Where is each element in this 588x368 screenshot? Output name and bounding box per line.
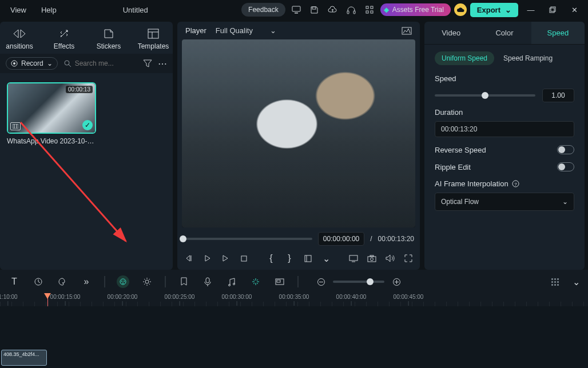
assets-trial-pill[interactable]: ◆ Assets Free Trial bbox=[380, 3, 451, 16]
clip-duration-badge: 00:00:13 bbox=[66, 86, 93, 93]
svg-rect-28 bbox=[349, 255, 357, 261]
search-field[interactable] bbox=[63, 59, 137, 67]
headphones-icon[interactable] bbox=[344, 2, 359, 17]
ai-tool-icon[interactable] bbox=[117, 275, 129, 288]
tab-effects[interactable]: Effects bbox=[48, 27, 80, 50]
window-maximize[interactable] bbox=[543, 1, 562, 19]
fullscreen-icon[interactable] bbox=[404, 253, 413, 264]
color-palette-icon[interactable] bbox=[56, 275, 69, 288]
timeline-ruler[interactable]: 1:10:0000:00:15:0000:00:20:0000:00:25:00… bbox=[0, 294, 588, 306]
tab-templates[interactable]: Templates bbox=[137, 27, 169, 50]
tab-stickers-label: Stickers bbox=[97, 42, 121, 50]
export-label: Export bbox=[477, 6, 500, 14]
ruler-tick: 00:00:40:00 bbox=[336, 294, 367, 306]
play-icon[interactable] bbox=[202, 253, 212, 264]
timeline-tracks[interactable]: 408.35_4b2f4... bbox=[0, 306, 588, 368]
svg-point-17 bbox=[13, 62, 15, 65]
render-icon[interactable] bbox=[249, 275, 262, 288]
audio-sync-icon[interactable] bbox=[225, 275, 238, 288]
apps-grid-icon[interactable] bbox=[362, 2, 377, 17]
marker-icon[interactable] bbox=[177, 275, 190, 288]
chevron-down-icon: ⌄ bbox=[270, 26, 276, 35]
timeline-clip[interactable]: 408.35_4b2f4... bbox=[1, 350, 47, 366]
speed-slider[interactable] bbox=[435, 94, 535, 97]
tab-transitions[interactable]: ansitions bbox=[3, 27, 35, 50]
duration-section: Duration 00:00:13:20 bbox=[424, 102, 585, 137]
svg-rect-25 bbox=[241, 256, 247, 261]
duration-value[interactable]: 00:00:13:20 bbox=[435, 121, 574, 137]
preview-viewport[interactable] bbox=[182, 39, 415, 227]
menu-view[interactable]: View bbox=[5, 3, 32, 17]
transitions-icon bbox=[13, 27, 26, 40]
svg-point-39 bbox=[145, 280, 149, 283]
menu-help[interactable]: Help bbox=[35, 3, 62, 17]
ai-interpolation-row: AI Frame Interpolation ? bbox=[424, 171, 585, 188]
adjust-icon[interactable] bbox=[141, 275, 153, 288]
subtab-uniform-speed[interactable]: Uniform Speed bbox=[435, 51, 494, 65]
media-clip[interactable]: 00:00:13 ✓ WhatsApp Video 2023-10-05... bbox=[7, 82, 96, 145]
zoom-in-icon[interactable] bbox=[390, 275, 403, 288]
save-icon[interactable] bbox=[307, 2, 322, 17]
window-close[interactable]: ✕ bbox=[565, 1, 583, 19]
ai-interpolation-select[interactable]: Optical Flow ⌄ bbox=[435, 193, 574, 211]
snapshot-icon[interactable] bbox=[367, 253, 376, 264]
mark-in-icon[interactable]: { bbox=[267, 253, 276, 264]
track-options-icon[interactable] bbox=[551, 278, 559, 286]
record-dropdown[interactable]: Record ⌄ bbox=[6, 57, 58, 70]
mark-out-icon[interactable]: } bbox=[285, 253, 294, 264]
prev-frame-icon[interactable] bbox=[184, 253, 193, 264]
speed-subtabs: Uniform Speed Speed Ramping bbox=[424, 45, 585, 69]
cloud-upload-icon[interactable] bbox=[325, 2, 340, 17]
history-icon[interactable] bbox=[32, 275, 45, 288]
subtab-speed-ramping[interactable]: Speed Ramping bbox=[503, 54, 553, 62]
svg-rect-40 bbox=[206, 278, 209, 283]
play-forward-icon[interactable] bbox=[221, 253, 230, 264]
stop-icon[interactable] bbox=[239, 253, 248, 264]
tab-video[interactable]: Video bbox=[424, 22, 478, 44]
ruler-tick: 00:00:30:00 bbox=[222, 294, 252, 306]
svg-rect-0 bbox=[292, 6, 300, 11]
export-button[interactable]: Export ⌄ bbox=[470, 3, 518, 17]
media-toolbar: Record ⌄ ⋯ bbox=[0, 54, 173, 73]
aspect-icon[interactable] bbox=[273, 275, 286, 288]
ripple-edit-row: Ripple Edit bbox=[424, 154, 585, 171]
reverse-speed-toggle[interactable] bbox=[557, 145, 574, 154]
tab-speed[interactable]: Speed bbox=[531, 22, 585, 44]
ruler-tick: 00:00:15:00 bbox=[50, 294, 81, 306]
help-icon[interactable]: ? bbox=[512, 180, 519, 187]
speed-label: Speed bbox=[435, 74, 574, 83]
svg-point-41 bbox=[228, 284, 230, 286]
chevron-down-icon[interactable]: ⌄ bbox=[573, 277, 580, 287]
window-minimize[interactable]: — bbox=[522, 1, 540, 19]
tab-stickers[interactable]: Stickers bbox=[93, 27, 125, 50]
assets-trial-label: Assets Free Trial bbox=[392, 6, 444, 14]
svg-rect-44 bbox=[277, 280, 280, 282]
filter-icon[interactable] bbox=[143, 59, 152, 67]
speed-value[interactable]: 1.00 bbox=[542, 89, 574, 102]
crop-icon[interactable] bbox=[303, 253, 312, 264]
zoom-slider[interactable] bbox=[333, 281, 384, 283]
mic-icon[interactable] bbox=[201, 275, 214, 288]
more-tools-icon[interactable]: » bbox=[80, 275, 93, 288]
scrub-bar[interactable] bbox=[183, 238, 312, 240]
ai-interpolation-value: Optical Flow bbox=[441, 198, 479, 206]
chevron-down-icon[interactable]: ⌄ bbox=[321, 253, 331, 264]
ripple-edit-toggle[interactable] bbox=[557, 162, 574, 171]
quality-dropdown[interactable]: Full Quality ⌄ bbox=[216, 26, 276, 35]
device-icon[interactable] bbox=[289, 2, 304, 17]
zoom-out-icon[interactable] bbox=[315, 275, 327, 288]
tab-color[interactable]: Color bbox=[478, 22, 531, 44]
quality-label: Full Quality bbox=[216, 26, 253, 35]
svg-rect-5 bbox=[366, 6, 368, 9]
volume-icon[interactable] bbox=[386, 253, 395, 264]
svg-point-37 bbox=[121, 281, 122, 282]
more-icon[interactable]: ⋯ bbox=[158, 58, 167, 69]
svg-line-19 bbox=[69, 65, 71, 67]
feedback-button[interactable]: Feedback bbox=[241, 3, 285, 17]
scopes-icon[interactable] bbox=[402, 27, 412, 35]
text-tool-icon[interactable]: T bbox=[8, 275, 21, 288]
search-input[interactable] bbox=[75, 59, 121, 67]
display-icon[interactable] bbox=[349, 253, 358, 264]
current-time[interactable]: 00:00:00:00 bbox=[318, 232, 364, 246]
cloud-status-icon[interactable] bbox=[454, 3, 467, 16]
